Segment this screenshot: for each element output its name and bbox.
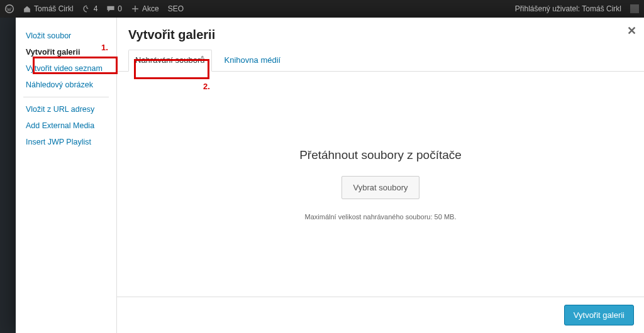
modal-footer: Vytvořit galerii (117, 297, 644, 333)
site-name: Tomáš Cirkl (34, 4, 74, 13)
close-button[interactable]: ✕ (627, 24, 636, 38)
avatar[interactable] (630, 4, 639, 13)
logged-in-text: Přihlášený uživatel: Tomáš Cirkl (515, 4, 621, 13)
svg-rect-1 (630, 4, 639, 13)
media-frame: Vytvořit galerii Nahrávání souborů Kniho… (116, 18, 644, 333)
dropzone-title: Přetáhnout soubory z počítače (299, 148, 462, 162)
home-icon (23, 4, 31, 13)
sidebar-item-jwp-playlist[interactable]: Insert JWP Playlist (23, 134, 109, 150)
create-gallery-button[interactable]: Vytvořit galerii (564, 305, 634, 325)
refresh-icon (82, 4, 91, 13)
upload-dropzone[interactable]: Přetáhnout soubory z počítače Vybrat sou… (117, 72, 644, 297)
admin-sidebar-collapsed (0, 18, 16, 333)
tab-media-library[interactable]: Knihovna médií (218, 50, 287, 71)
seo-link[interactable]: SEO (168, 4, 184, 13)
updates-count: 4 (94, 4, 98, 13)
comments-count: 0 (118, 4, 122, 13)
media-modal: ✕ Vložit soubor Vytvořit galerii Vytvoři… (16, 18, 644, 333)
sidebar-item-external-media[interactable]: Add External Media (23, 117, 109, 134)
updates-link[interactable]: 4 (82, 4, 98, 13)
annotation-number-1: 1. (101, 43, 108, 52)
annotation-number-2: 2. (203, 82, 210, 91)
media-modal-sidebar: Vložit soubor Vytvořit galerii Vytvořit … (16, 18, 116, 333)
wordpress-icon (5, 4, 14, 13)
sidebar-item-create-gallery[interactable]: Vytvořit galerii (23, 44, 109, 60)
max-size-note: Maximální velikost nahrávaného souboru: … (305, 213, 457, 221)
new-link[interactable]: Akce (131, 4, 159, 13)
wp-logo[interactable] (5, 4, 14, 13)
svg-point-0 (6, 5, 14, 13)
comment-icon (106, 4, 115, 13)
seo-label: SEO (168, 4, 184, 13)
plus-icon (131, 4, 140, 13)
sidebar-item-featured-image[interactable]: Náhledový obrázek (23, 77, 109, 93)
sidebar-item-create-video-list[interactable]: Vytvořit video seznam (23, 60, 109, 77)
sidebar-item-from-url[interactable]: Vložit z URL adresy (23, 101, 109, 117)
tab-upload-files[interactable]: Nahrávání souborů (128, 50, 212, 72)
new-label: Akce (142, 4, 159, 13)
site-link[interactable]: Tomáš Cirkl (23, 4, 74, 13)
media-tabs: Nahrávání souborů Knihovna médií (117, 50, 644, 72)
comments-link[interactable]: 0 (106, 4, 122, 13)
admin-bar: Tomáš Cirkl 4 0 Akce SEO Přihlášený uživ… (0, 0, 644, 18)
modal-title: Vytvořit galerii (117, 18, 644, 50)
select-files-button[interactable]: Vybrat soubory (341, 176, 420, 199)
user-icon (630, 4, 639, 13)
sidebar-item-insert-file[interactable]: Vložit soubor (23, 28, 109, 44)
